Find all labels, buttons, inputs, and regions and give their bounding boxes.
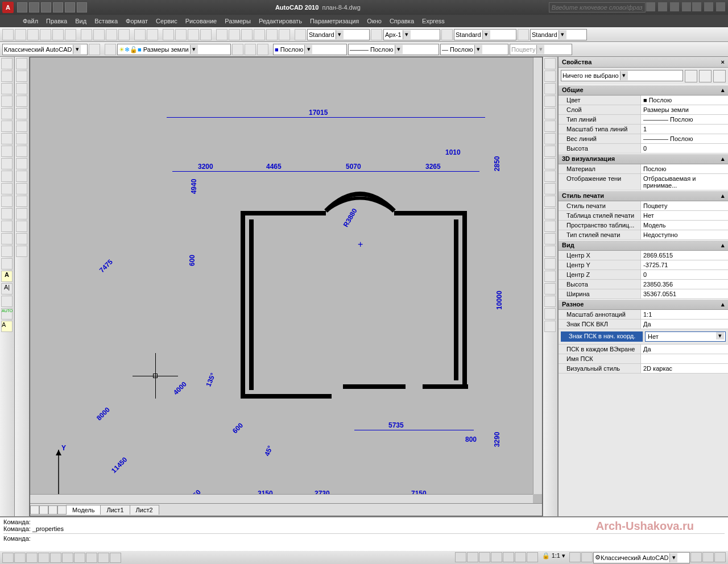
prop-centerx[interactable]: Центр X2869.6515 [559,251,728,260]
prop-ptype[interactable]: Тип стилей печатиНедоступно [559,230,728,240]
plotstyle-combo[interactable]: Поцвету▾ [510,44,572,55]
polygon-icon[interactable] [1,96,13,107]
qv-layouts-icon[interactable] [467,552,478,562]
anno-auto-icon[interactable] [581,552,593,562]
pan-status-icon[interactable] [491,552,502,562]
qselect-icon[interactable] [713,70,726,82]
tablestyle-icon[interactable] [441,29,453,40]
prop-pspace[interactable]: Пространство таблиц...Модель [559,221,728,230]
prop-lweight[interactable]: Вес линий———— Послою [559,134,728,144]
select-icon[interactable] [699,70,712,82]
cat-general[interactable]: Общие▴ [559,85,728,96]
tab-first-icon[interactable] [30,505,39,515]
star-icon[interactable] [670,2,679,11]
sheetset-icon[interactable] [254,29,265,40]
zoom-prev-icon[interactable] [200,29,212,40]
clean-screen-icon[interactable] [714,552,726,562]
circle-icon[interactable] [1,133,13,144]
point-icon[interactable] [1,196,13,207]
prop-pstyle[interactable]: Стиль печатиПоцвету [559,201,728,211]
close-button[interactable] [716,2,725,11]
xline-icon[interactable] [1,70,13,82]
ducs-toggle[interactable] [74,553,85,563]
qat-save-icon[interactable] [41,2,51,13]
qat-new-icon[interactable] [17,2,27,13]
massprop-icon[interactable] [544,83,556,94]
copy-icon[interactable] [93,29,105,40]
maximize-button[interactable] [704,2,713,11]
rect-icon[interactable] [1,108,13,119]
prop-ltscale[interactable]: Масштаб типа линий1 [559,125,728,134]
layerprev-icon[interactable] [245,44,256,55]
id-icon[interactable] [544,108,556,119]
menu-parametric[interactable]: Параметризация [310,18,359,24]
binoculars-icon[interactable] [646,2,655,11]
props-icon[interactable] [216,29,228,40]
linetype-combo[interactable]: ——— Послою▾ [348,44,439,55]
hatch-icon[interactable] [1,208,13,219]
area-icon[interactable] [544,70,556,82]
prop-vheight[interactable]: Высота23850.356 [559,280,728,289]
selection-combo[interactable]: Ничего не выбрано▾ [561,70,683,81]
dyn-toggle[interactable] [86,553,97,563]
dim-aligned-icon[interactable] [544,158,556,169]
app-logo[interactable]: A [2,2,14,13]
tab-layout1[interactable]: Лист1 [100,505,130,515]
3dorbit-icon[interactable] [544,133,556,144]
tab-layout2[interactable]: Лист2 [130,505,159,515]
qat-redo-icon[interactable] [65,2,75,13]
menu-edit[interactable]: Правка [46,18,67,24]
ucs-icon-btn[interactable] [544,121,556,132]
auto-icon[interactable]: AUTO [1,308,13,320]
prop-thickness[interactable]: Высота0 [559,144,728,154]
prop-pstable[interactable]: Таблица стилей печатиНет [559,211,728,221]
wheel-icon[interactable] [515,552,526,562]
hardware-icon[interactable] [702,552,714,562]
prop-color[interactable]: Цвет■ Послою [559,96,728,105]
stretch-icon[interactable] [16,158,27,169]
hscrollbar[interactable] [30,494,533,503]
prop-vstyle[interactable]: Визуальный стиль2D каркас [559,364,728,374]
workspace-status-combo[interactable]: ⚙ Классический AutoCAD▾ [593,552,690,563]
dimstyle-icon[interactable] [371,29,382,40]
line-icon[interactable] [1,58,13,69]
grid-toggle[interactable] [14,553,26,563]
showmotion-icon[interactable] [527,552,538,562]
dim-dia-icon[interactable] [544,208,556,219]
menu-file[interactable]: Файл [23,18,38,24]
join-icon[interactable] [16,208,27,219]
textstyle-icon[interactable] [295,29,306,40]
calc-icon[interactable] [279,29,290,40]
anno-scale-status[interactable]: 🔒 1:1 ▾ [539,552,569,563]
cat-plotstyle[interactable]: Стиль печати▴ [559,190,728,201]
offset-icon[interactable] [16,96,27,107]
erase-icon[interactable] [16,58,27,69]
region-icon[interactable] [1,233,13,244]
minimize-button[interactable] [692,2,701,11]
polar-toggle[interactable] [38,553,49,563]
menu-format[interactable]: Формат [126,18,148,24]
tab-model[interactable]: Модель [66,505,101,515]
mirror-icon[interactable] [16,83,27,94]
menu-view[interactable]: Вид [75,18,86,24]
prop-layer[interactable]: СлойРазмеры земли [559,105,728,115]
menu-draw[interactable]: Рисование [185,18,217,24]
prop-ucsorigin[interactable]: Знак ПСК в нач. коорд.Нет [559,329,728,345]
dimupd-icon[interactable] [544,321,556,332]
layer-combo[interactable]: ☀❄🔓■ Размеры земли▾ [117,44,231,55]
ellipse-icon[interactable] [1,171,13,182]
pickadd-icon[interactable] [685,70,697,82]
tab-last-icon[interactable] [57,505,67,515]
zoom-status-icon[interactable] [503,552,514,562]
scale-icon[interactable] [16,146,27,157]
pan-icon[interactable] [163,29,174,40]
lineweight-combo[interactable]: — Послою▾ [440,44,508,55]
markup-icon[interactable] [266,29,278,40]
mtext-icon[interactable] [1,258,13,269]
help-icon[interactable] [682,2,691,11]
dtext-icon[interactable]: A| [1,283,13,295]
workspace-combo[interactable]: Классический AutoCAD▾ [2,44,88,55]
ws-settings-icon[interactable] [89,44,100,55]
dist-icon[interactable] [544,58,556,69]
plot-icon[interactable] [40,29,51,40]
